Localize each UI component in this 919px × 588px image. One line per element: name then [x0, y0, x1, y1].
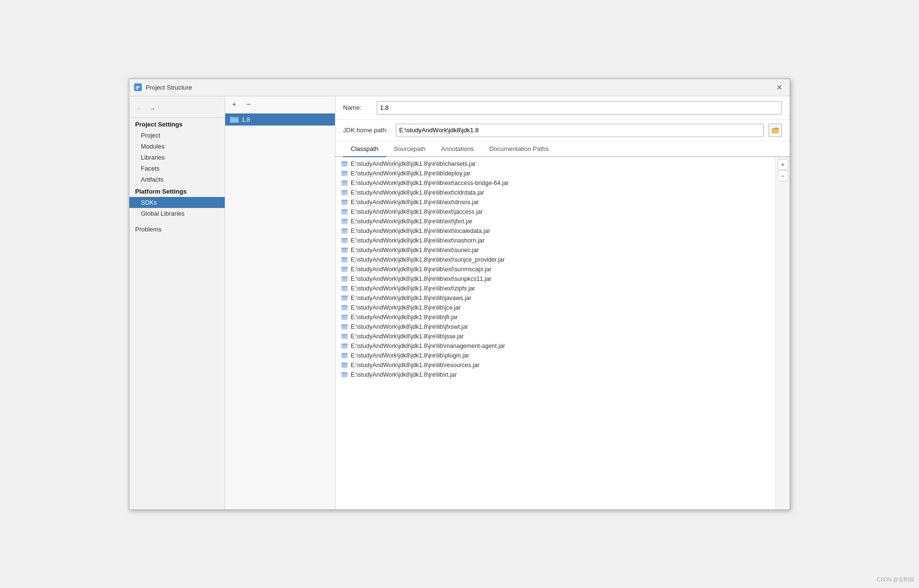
jar-file-icon	[341, 189, 348, 196]
svg-rect-74	[343, 317, 346, 317]
svg-rect-73	[342, 315, 347, 316]
remove-sdk-button[interactable]: −	[242, 98, 255, 111]
svg-rect-54	[343, 269, 346, 269]
remove-classpath-button[interactable]: −	[778, 171, 788, 181]
sidebar-item-facets[interactable]: Facets	[129, 163, 225, 174]
classpath-list-item[interactable]: E:\studyAndWork\jdk8\jdk1.8\jre\lib\ext\…	[335, 178, 775, 188]
jar-file-icon	[341, 295, 348, 301]
app-icon	[134, 83, 142, 91]
classpath-list-item[interactable]: E:\studyAndWork\jdk8\jdk1.8\jre\lib\ext\…	[335, 236, 775, 245]
classpath-list-item[interactable]: E:\studyAndWork\jdk8\jdk1.8\jre\lib\ext\…	[335, 207, 775, 217]
svg-rect-29	[342, 209, 347, 211]
add-sdk-button[interactable]: +	[228, 98, 241, 111]
classpath-list-item[interactable]: E:\studyAndWork\jdk8\jdk1.8\jre\lib\char…	[335, 159, 775, 169]
classpath-list-item[interactable]: E:\studyAndWork\jdk8\jdk1.8\jre\lib\plug…	[335, 351, 775, 360]
svg-rect-81	[342, 334, 347, 335]
tabs-bar: Classpath Sourcepath Annotations Documen…	[335, 141, 790, 157]
sidebar-item-global-libraries[interactable]: Global Libraries	[129, 208, 225, 219]
forward-button[interactable]: →	[147, 103, 158, 115]
close-button[interactable]: ✕	[773, 81, 785, 93]
jdk-path-input[interactable]	[396, 124, 764, 137]
classpath-item-path: E:\studyAndWork\jdk8\jdk1.8\jre\lib\char…	[351, 161, 476, 167]
classpath-list-item[interactable]: E:\studyAndWork\jdk8\jdk1.8\jre\lib\ext\…	[335, 274, 775, 284]
svg-rect-34	[343, 221, 346, 221]
tab-documentation-paths[interactable]: Documentation Paths	[482, 141, 556, 157]
sidebar-item-problems[interactable]: Problems	[129, 223, 225, 235]
classpath-list-item[interactable]: E:\studyAndWork\jdk8\jdk1.8\jre\lib\jfxs…	[335, 322, 775, 332]
svg-rect-45	[342, 248, 347, 249]
classpath-list-item[interactable]: E:\studyAndWork\jdk8\jdk1.8\jre\lib\depl…	[335, 169, 775, 178]
classpath-item-path: E:\studyAndWork\jdk8\jdk1.8\jre\lib\ext\…	[351, 237, 484, 244]
svg-rect-37	[342, 229, 347, 230]
jar-file-icon	[341, 170, 348, 177]
jdk-path-label: JDK home path:	[343, 127, 391, 134]
project-structure-window: Project Structure ✕ ← → Project Settings…	[129, 79, 790, 510]
svg-rect-17	[342, 181, 347, 182]
svg-rect-78	[343, 326, 346, 327]
classpath-list-item[interactable]: E:\studyAndWork\jdk8\jdk1.8\jre\lib\ext\…	[335, 284, 775, 293]
svg-rect-98	[343, 374, 346, 375]
svg-rect-10	[343, 163, 346, 164]
jar-file-icon	[341, 343, 348, 349]
jar-file-icon	[341, 323, 348, 330]
tab-sourcepath[interactable]: Sourcepath	[386, 141, 434, 157]
svg-rect-43	[343, 241, 345, 242]
classpath-item-path: E:\studyAndWork\jdk8\jdk1.8\jre\lib\ext\…	[351, 276, 492, 282]
classpath-list-item[interactable]: E:\studyAndWork\jdk8\jdk1.8\jre\lib\jce.…	[335, 303, 775, 312]
jar-file-icon	[341, 314, 348, 321]
sdk-item-1.8[interactable]: 1.8	[225, 114, 335, 126]
classpath-item-path: E:\studyAndWork\jdk8\jdk1.8\jre\lib\depl…	[351, 170, 471, 177]
svg-rect-47	[343, 251, 345, 251]
sidebar-item-sdks[interactable]: SDKs	[129, 197, 225, 208]
svg-rect-41	[342, 238, 347, 240]
sidebar-item-libraries[interactable]: Libraries	[129, 152, 225, 163]
classpath-list-item[interactable]: E:\studyAndWork\jdk8\jdk1.8\jre\lib\ext\…	[335, 188, 775, 197]
svg-rect-13	[342, 171, 347, 173]
classpath-list-item[interactable]: E:\studyAndWork\jdk8\jdk1.8\jre\lib\ext\…	[335, 265, 775, 274]
sidebar-item-modules[interactable]: Modules	[129, 141, 225, 152]
svg-rect-90	[343, 355, 346, 356]
tab-classpath[interactable]: Classpath	[343, 141, 386, 157]
classpath-item-path: E:\studyAndWork\jdk8\jdk1.8\jre\lib\rt.j…	[351, 371, 457, 378]
svg-rect-83	[343, 337, 345, 337]
svg-rect-30	[343, 211, 346, 212]
platform-settings-header: Platform Settings	[129, 185, 225, 197]
classpath-list-item[interactable]: E:\studyAndWork\jdk8\jdk1.8\jre\lib\jfr.…	[335, 312, 775, 322]
sidebar: ← → Project Settings Project Modules Lib…	[129, 96, 225, 509]
classpath-list-item[interactable]: E:\studyAndWork\jdk8\jdk1.8\jre\lib\java…	[335, 293, 775, 303]
svg-rect-50	[343, 259, 346, 260]
classpath-list-item[interactable]: E:\studyAndWork\jdk8\jdk1.8\jre\lib\mana…	[335, 341, 775, 351]
classpath-item-path: E:\studyAndWork\jdk8\jdk1.8\jre\lib\ext\…	[351, 218, 472, 225]
svg-rect-71	[343, 308, 345, 309]
back-button[interactable]: ←	[133, 103, 145, 115]
svg-rect-11	[343, 164, 345, 165]
svg-rect-86	[343, 346, 346, 346]
sidebar-item-project[interactable]: Project	[129, 130, 225, 141]
classpath-list-item[interactable]: E:\studyAndWork\jdk8\jdk1.8\jre\lib\ext\…	[335, 197, 775, 207]
classpath-list-item[interactable]: E:\studyAndWork\jdk8\jdk1.8\jre\lib\ext\…	[335, 217, 775, 226]
svg-rect-79	[343, 327, 345, 328]
svg-rect-97	[342, 372, 347, 374]
classpath-list-item[interactable]: E:\studyAndWork\jdk8\jdk1.8\jre\lib\rt.j…	[335, 370, 775, 380]
svg-rect-9	[342, 161, 347, 163]
classpath-list-item[interactable]: E:\studyAndWork\jdk8\jdk1.8\jre\lib\ext\…	[335, 245, 775, 255]
name-input[interactable]	[377, 101, 782, 115]
main-panel: Name: JDK home path: Classpath Sourcepat…	[335, 96, 790, 509]
sidebar-item-artifacts[interactable]: Artifacts	[129, 174, 225, 185]
svg-rect-57	[342, 277, 347, 278]
classpath-list-item[interactable]: E:\studyAndWork\jdk8\jdk1.8\jre\lib\reso…	[335, 360, 775, 370]
jar-file-icon	[341, 218, 348, 225]
jar-file-icon	[341, 247, 348, 254]
tab-annotations[interactable]: Annotations	[433, 141, 482, 157]
classpath-list-item[interactable]: E:\studyAndWork\jdk8\jdk1.8\jre\lib\ext\…	[335, 226, 775, 236]
browse-button[interactable]	[769, 124, 782, 137]
svg-rect-23	[343, 193, 345, 194]
svg-rect-42	[343, 240, 346, 241]
classpath-list-item[interactable]: E:\studyAndWork\jdk8\jdk1.8\jre\lib\jsse…	[335, 332, 775, 341]
classpath-list-item[interactable]: E:\studyAndWork\jdk8\jdk1.8\jre\lib\ext\…	[335, 255, 775, 265]
svg-rect-63	[343, 289, 345, 289]
classpath-item-path: E:\studyAndWork\jdk8\jdk1.8\jre\lib\ext\…	[351, 208, 483, 215]
add-classpath-button[interactable]: +	[778, 159, 788, 170]
svg-rect-82	[343, 336, 346, 336]
svg-rect-89	[342, 353, 347, 355]
